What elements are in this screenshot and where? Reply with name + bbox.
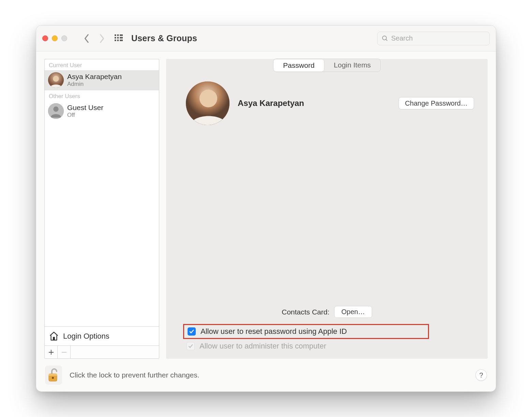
login-options-button[interactable]: Login Options bbox=[45, 326, 159, 345]
svg-line-16 bbox=[386, 39, 387, 41]
user-name-label: Asya Karapetyan bbox=[67, 73, 122, 81]
svg-rect-12 bbox=[121, 34, 123, 36]
search-icon bbox=[382, 35, 388, 42]
user-role-label: Admin bbox=[67, 81, 122, 88]
content-area: Current User Asya Karapetyan Admin bbox=[36, 51, 496, 359]
user-photo-icon bbox=[48, 72, 64, 88]
user-status-label: Off bbox=[67, 112, 103, 119]
svg-rect-9 bbox=[120, 40, 121, 41]
svg-rect-7 bbox=[115, 40, 116, 41]
user-display-name: Asya Karapetyan bbox=[238, 98, 304, 108]
svg-rect-5 bbox=[117, 37, 119, 38]
user-photo-icon bbox=[186, 81, 230, 125]
svg-rect-4 bbox=[115, 37, 116, 38]
show-all-prefs-button[interactable] bbox=[114, 34, 123, 43]
svg-rect-13 bbox=[121, 37, 123, 38]
close-window-button[interactable] bbox=[42, 35, 48, 41]
allow-reset-apple-id-label: Allow user to reset password using Apple… bbox=[201, 327, 347, 336]
contacts-card-row: Contacts Card: Open… bbox=[166, 306, 488, 318]
help-button[interactable]: ? bbox=[475, 369, 487, 381]
user-header: Asya Karapetyan Change Password… bbox=[166, 72, 488, 125]
open-contacts-button[interactable]: Open… bbox=[334, 306, 372, 318]
main-panel: Password Login Items Asya Karapetyan Cha… bbox=[166, 59, 488, 359]
search-field[interactable] bbox=[377, 32, 490, 45]
svg-rect-8 bbox=[117, 40, 119, 41]
unlocked-padlock-icon bbox=[47, 368, 60, 383]
login-options-label: Login Options bbox=[63, 332, 109, 341]
generic-user-icon bbox=[48, 103, 64, 119]
window-title: Users & Groups bbox=[131, 33, 197, 43]
preferences-window: Users & Groups Current User bbox=[36, 25, 496, 392]
svg-point-23 bbox=[200, 90, 217, 107]
contacts-card-label: Contacts Card: bbox=[282, 308, 329, 316]
svg-rect-25 bbox=[49, 374, 57, 376]
chevron-right-icon bbox=[99, 34, 104, 43]
svg-point-18 bbox=[53, 76, 59, 82]
checkmark-icon bbox=[188, 343, 193, 349]
allow-reset-apple-id-checkbox[interactable] bbox=[188, 327, 196, 336]
checkmark-icon bbox=[189, 329, 194, 334]
chevron-left-icon bbox=[84, 34, 89, 43]
lock-button[interactable] bbox=[45, 366, 62, 385]
avatar bbox=[48, 72, 64, 88]
sidebar-item-current-user[interactable]: Asya Karapetyan Admin bbox=[45, 70, 159, 90]
search-input[interactable] bbox=[391, 34, 485, 42]
tab-login-items[interactable]: Login Items bbox=[324, 59, 381, 72]
change-password-button[interactable]: Change Password… bbox=[399, 97, 474, 109]
user-avatar-large[interactable] bbox=[186, 81, 230, 125]
lock-hint-text: Click the lock to prevent further change… bbox=[70, 371, 200, 379]
allow-administer-checkbox bbox=[187, 342, 195, 350]
avatar bbox=[48, 103, 64, 119]
current-user-section-label: Current User bbox=[45, 59, 159, 70]
svg-rect-1 bbox=[117, 34, 119, 36]
grid-icon bbox=[114, 34, 123, 43]
forward-button bbox=[96, 31, 107, 46]
svg-rect-6 bbox=[120, 37, 121, 38]
maximize-window-button bbox=[61, 35, 67, 41]
minimize-window-button[interactable] bbox=[52, 35, 58, 41]
remove-user-button bbox=[58, 346, 71, 358]
svg-point-20 bbox=[53, 107, 58, 112]
user-name-label: Guest User bbox=[67, 104, 103, 112]
tab-bar: Password Login Items bbox=[273, 59, 381, 72]
sidebar-item-guest-user[interactable]: Guest User Off bbox=[45, 101, 159, 121]
plus-icon bbox=[48, 350, 54, 355]
svg-rect-0 bbox=[115, 34, 116, 36]
add-remove-bar bbox=[45, 345, 159, 358]
allow-reset-apple-id-row: Allow user to reset password using Apple… bbox=[183, 324, 429, 339]
users-sidebar: Current User Asya Karapetyan Admin bbox=[44, 59, 159, 359]
svg-rect-14 bbox=[121, 40, 123, 41]
back-button[interactable] bbox=[81, 31, 92, 46]
house-icon bbox=[49, 331, 59, 341]
svg-rect-2 bbox=[120, 34, 121, 36]
svg-point-15 bbox=[383, 36, 387, 40]
footer: Click the lock to prevent further change… bbox=[36, 359, 496, 391]
allow-administer-label: Allow user to administer this computer bbox=[200, 342, 326, 351]
window-controls bbox=[42, 35, 67, 41]
other-users-section-label: Other Users bbox=[45, 90, 159, 101]
allow-administer-row: Allow user to administer this computer bbox=[187, 342, 429, 351]
svg-point-26 bbox=[52, 377, 54, 379]
minus-icon bbox=[61, 350, 67, 355]
toolbar: Users & Groups bbox=[36, 26, 496, 51]
svg-rect-21 bbox=[53, 337, 55, 340]
tab-password[interactable]: Password bbox=[273, 59, 324, 72]
add-user-button[interactable] bbox=[45, 346, 58, 358]
